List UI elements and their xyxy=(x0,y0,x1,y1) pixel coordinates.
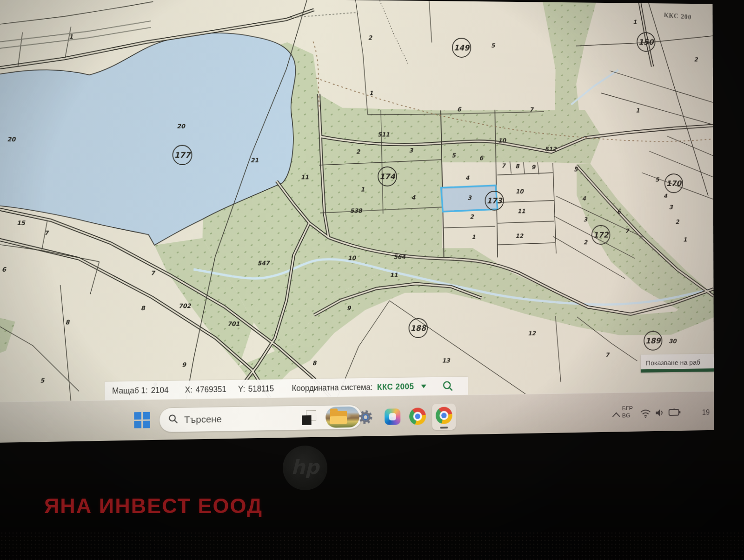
parcel-number: 12 xyxy=(528,330,536,337)
parcel-number: 3 xyxy=(669,204,673,210)
language-line1: БГР xyxy=(622,405,633,412)
parcel-number: 3 xyxy=(409,147,414,154)
parcel-number: 9 xyxy=(182,361,186,368)
volume-icon[interactable] xyxy=(654,407,664,418)
dropdown-arrow-icon[interactable] xyxy=(421,385,426,388)
parcel-number: 2 xyxy=(584,239,588,246)
parcel-number: 12 xyxy=(515,233,524,240)
parcel-number: 547 xyxy=(257,260,270,267)
parcel-number: 3 xyxy=(467,194,472,201)
chrome-icon[interactable] xyxy=(409,407,426,425)
y-label: Y: xyxy=(238,384,245,394)
parcel-number: 512 xyxy=(545,146,557,153)
settings-icon[interactable] xyxy=(357,408,374,426)
parcel-number: 1 xyxy=(683,236,687,243)
parcel-number: 5 xyxy=(574,166,578,173)
parcel-number: 5 xyxy=(655,176,659,183)
parcel-number: 20 xyxy=(177,123,186,130)
parcel-number: 4 xyxy=(412,194,416,201)
search-icon xyxy=(168,413,179,427)
parcel-group-number: 150 xyxy=(638,38,655,47)
parcel-number: 2 xyxy=(470,213,474,220)
parcel-number: 1 xyxy=(369,90,373,97)
map-search-icon[interactable] xyxy=(442,380,454,392)
parcel-number: 2 xyxy=(368,34,372,41)
language-line2: BG xyxy=(622,412,633,419)
parcel-number: 11 xyxy=(390,272,398,279)
tray-expand-chevron-icon[interactable] xyxy=(612,412,620,420)
parcel-number: 1 xyxy=(472,233,476,240)
parcel-group-number: 177 xyxy=(174,150,192,160)
photo-watermark: ЯНА ИНВЕСТ ЕООД xyxy=(44,494,263,518)
parcel-group-number: 170 xyxy=(666,179,682,188)
parcel-group-number: 172 xyxy=(593,230,609,239)
parcel-number: 9 xyxy=(531,164,536,171)
speaker-grille xyxy=(0,531,744,560)
parcel-number: 5 xyxy=(452,152,456,159)
start-button[interactable] xyxy=(134,412,150,428)
parcel-number: 1 xyxy=(69,33,73,40)
parcel-number: 11 xyxy=(301,174,309,181)
parcel-number: 2 xyxy=(675,219,679,225)
battery-icon[interactable] xyxy=(668,407,681,417)
parcel-group-number: 189 xyxy=(645,336,662,346)
parcel-number: 2 xyxy=(694,56,698,63)
language-indicator[interactable]: БГР BG xyxy=(622,405,633,419)
parcel-number: 5 xyxy=(40,377,45,384)
running-app-indicator xyxy=(440,427,448,428)
parcel-number: 1 xyxy=(360,186,365,193)
parcel-number: 2 xyxy=(356,148,361,155)
cadastral-map[interactable]: 1202021112516723561443789101112215111051… xyxy=(0,0,714,402)
wifi-icon[interactable] xyxy=(640,408,651,418)
parcel-number: 30 xyxy=(669,338,677,345)
parcel-number: 9 xyxy=(347,305,352,312)
hp-logo-text: hp xyxy=(291,456,319,479)
chrome-active-app[interactable] xyxy=(432,404,456,430)
parcel-number: 10 xyxy=(498,137,507,144)
task-view-icon[interactable] xyxy=(302,410,316,425)
x-coordinate: 4769351 xyxy=(196,384,226,394)
parcel-number: 564 xyxy=(393,253,406,260)
photo-of-laptop: 1202021112516723561443789101112215111051… xyxy=(0,0,744,560)
scale-value: 2104 xyxy=(151,385,169,395)
x-label: X: xyxy=(185,385,193,395)
parcel-number: 20 xyxy=(7,136,16,143)
parcel-number: 4 xyxy=(465,174,470,181)
parcel-number: 10 xyxy=(516,188,525,195)
parcel-group-number: 174 xyxy=(379,172,396,181)
parcel-group-number: 173 xyxy=(487,196,503,205)
map-area: 1202021112516723561443789101112215111051… xyxy=(0,0,714,402)
parcel-number: 15 xyxy=(17,220,26,227)
parcel-number: 11 xyxy=(518,208,525,215)
parcel-number: 10 xyxy=(348,254,357,261)
parcel-number: 21 xyxy=(251,157,259,164)
show-desktop-tooltip[interactable]: Показване на раб xyxy=(641,353,714,373)
laptop-screen: 1202021112516723561443789101112215111051… xyxy=(0,0,714,443)
parcel-number: 702 xyxy=(179,302,191,309)
parcel-number: 3 xyxy=(584,216,588,223)
hp-logo: hp xyxy=(283,446,327,490)
parcel-number: 4 xyxy=(664,193,668,199)
parcel-group-number: 149 xyxy=(454,43,470,53)
parcel-number: 701 xyxy=(227,320,239,327)
parcel-number: 1 xyxy=(633,19,637,25)
parcel-number: 5 xyxy=(491,42,495,49)
parcel-number: 511 xyxy=(378,131,390,138)
parcel-number: 13 xyxy=(442,357,451,364)
y-coordinate: 518115 xyxy=(248,384,274,393)
parcel-number: 4 xyxy=(582,195,586,201)
copilot-icon[interactable] xyxy=(385,408,400,425)
chrome-icon-active xyxy=(436,407,452,424)
parcel-number: 1 xyxy=(636,107,639,113)
scale-label: Мащаб 1: xyxy=(112,386,148,396)
file-explorer-icon[interactable] xyxy=(330,411,347,424)
parcel-group-number: 188 xyxy=(411,323,427,333)
clock[interactable]: 19 xyxy=(702,408,710,416)
crs-label: Координатна система: xyxy=(292,382,372,393)
crs-dropdown-value[interactable]: ККС 2005 xyxy=(377,382,414,392)
parcel-number: 538 xyxy=(350,207,363,214)
